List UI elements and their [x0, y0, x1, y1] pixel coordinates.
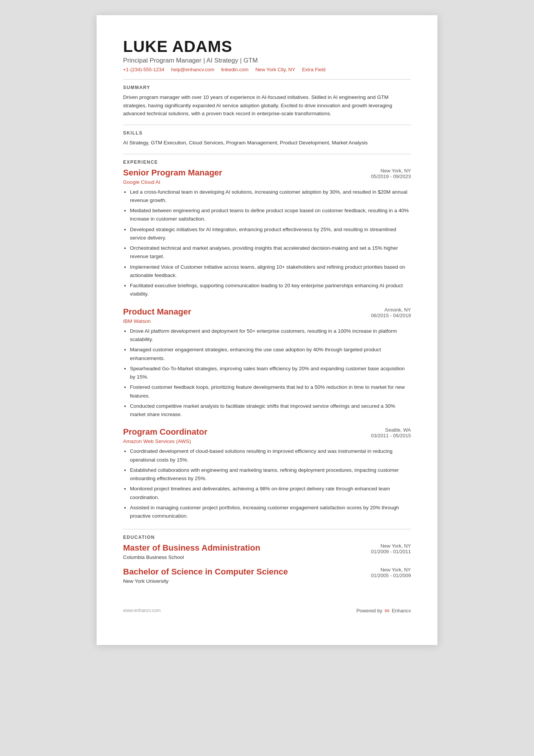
education-label: EDUCATION	[123, 535, 411, 540]
header-divider	[123, 79, 411, 80]
degree-2-location: New York, NY	[371, 567, 411, 573]
job-3-bullet-4: Assisted in managing customer project po…	[130, 504, 411, 521]
job-2-bullets: Drove AI platform development and deploy…	[123, 327, 411, 419]
contact-location: New York City, NY	[255, 67, 295, 72]
footer-website: www.enhancv.com	[123, 608, 161, 613]
degree-1-school: Columbia Business School	[123, 554, 411, 560]
degree-2-title: Bachelor of Science in Computer Science	[123, 567, 288, 577]
job-1-dates: 05/2019 - 09/2023	[371, 174, 411, 179]
summary-divider	[123, 125, 411, 125]
job-1-company: Google Cloud AI	[123, 179, 411, 185]
job-2-company: IBM Watson	[123, 318, 411, 324]
skills-text: AI Strategy, GTM Execution, Cloud Servic…	[123, 139, 411, 147]
experience-label: EXPERIENCE	[123, 160, 411, 165]
degree-1-header: Master of Business Administration New Yo…	[123, 543, 411, 554]
job-3-dates: 03/2011 - 05/2015	[371, 433, 411, 438]
job-3: Program Coordinator Seattle, WA 03/2011 …	[123, 427, 411, 520]
job-2-title: Product Manager	[123, 307, 191, 317]
job-3-title: Program Coordinator	[123, 427, 207, 437]
job-2-bullet-5: Conducted competitive market analysis to…	[130, 402, 411, 419]
header: LUKE ADAMS Principal Program Manager | A…	[123, 38, 411, 72]
job-1-bullet-6: Facilitated executive briefings, support…	[130, 282, 411, 299]
job-1-location: New York, NY	[371, 168, 411, 174]
degree-2-school: New York University	[123, 578, 411, 584]
job-2-header: Product Manager Armonk, NY 06/2015 - 04/…	[123, 307, 411, 318]
job-2-bullet-4: Fostered customer feedback loops, priori…	[130, 383, 411, 400]
job-2-bullet-3: Spearheaded Go-To-Market strategies, imp…	[130, 365, 411, 382]
job-1-bullet-3: Developed strategic initiatives for AI i…	[130, 225, 411, 243]
degree-1-title: Master of Business Administration	[123, 543, 260, 553]
job-1-bullet-5: Implemented Voice of Customer initiative…	[130, 263, 411, 280]
job-1-bullet-4: Orchestrated technical and market analys…	[130, 244, 411, 261]
job-1-bullet-1: Led a cross-functional team in developin…	[130, 188, 411, 205]
job-1: Senior Program Manager New York, NY 05/2…	[123, 168, 411, 299]
job-1-header: Senior Program Manager New York, NY 05/2…	[123, 168, 411, 179]
enhancv-brand-name: Enhancv	[392, 608, 411, 614]
job-3-company: Amazon Web Services (AWS)	[123, 438, 411, 444]
degree-2-dates: 01/2005 - 01/2009	[371, 573, 411, 578]
enhancv-icon: ∞	[385, 607, 390, 615]
resume-page: LUKE ADAMS Principal Program Manager | A…	[97, 15, 437, 645]
experience-divider	[123, 529, 411, 529]
job-3-location: Seattle, WA	[371, 427, 411, 433]
candidate-title: Principal Program Manager | AI Strategy …	[123, 57, 411, 64]
job-2-location: Armonk, NY	[371, 307, 411, 313]
job-2-bullet-2: Managed customer engagement strategies, …	[130, 346, 411, 363]
job-3-header: Program Coordinator Seattle, WA 03/2011 …	[123, 427, 411, 438]
job-1-bullets: Led a cross-functional team in developin…	[123, 188, 411, 299]
job-2-bullet-1: Drove AI platform development and deploy…	[130, 327, 411, 344]
summary-section: SUMMARY Driven program manager with over…	[123, 85, 411, 118]
degree-1-location: New York, NY	[371, 543, 411, 549]
job-2: Product Manager Armonk, NY 06/2015 - 04/…	[123, 307, 411, 419]
job-1-title: Senior Program Manager	[123, 168, 222, 178]
powered-by-text: Powered by	[356, 608, 383, 614]
contact-linkedin[interactable]: linkedin.com	[221, 67, 248, 72]
degree-1-dates: 01/2009 - 01/2011	[371, 549, 411, 554]
job-3-bullet-1: Coordinated development of cloud-based s…	[130, 447, 411, 464]
contact-line: +1-(234)-555-1234 help@enhancv.com linke…	[123, 67, 411, 72]
skills-section: SKILLS AI Strategy, GTM Execution, Cloud…	[123, 130, 411, 147]
job-2-dates: 06/2015 - 04/2019	[371, 313, 411, 318]
candidate-name: LUKE ADAMS	[123, 38, 411, 55]
skills-divider	[123, 154, 411, 154]
enhancv-branding: Powered by ∞ Enhancv	[356, 607, 411, 615]
job-3-bullet-2: Established collaborations with engineer…	[130, 466, 411, 483]
contact-email[interactable]: help@enhancv.com	[171, 67, 214, 72]
education-section: EDUCATION Master of Business Administrat…	[123, 535, 411, 584]
job-1-bullet-2: Mediated between engineering and product…	[130, 207, 411, 224]
summary-label: SUMMARY	[123, 85, 411, 90]
job-3-bullet-3: Monitored project timelines and delivera…	[130, 485, 411, 502]
page-footer: www.enhancv.com Powered by ∞ Enhancv	[123, 607, 411, 615]
degree-1: Master of Business Administration New Yo…	[123, 543, 411, 560]
summary-text: Driven program manager with over 10 year…	[123, 93, 411, 118]
skills-label: SKILLS	[123, 130, 411, 136]
degree-2: Bachelor of Science in Computer Science …	[123, 567, 411, 584]
contact-extra: Extra Field	[302, 67, 325, 72]
degree-2-header: Bachelor of Science in Computer Science …	[123, 567, 411, 578]
contact-phone[interactable]: +1-(234)-555-1234	[123, 67, 164, 72]
job-3-bullets: Coordinated development of cloud-based s…	[123, 447, 411, 520]
experience-section: EXPERIENCE Senior Program Manager New Yo…	[123, 160, 411, 521]
